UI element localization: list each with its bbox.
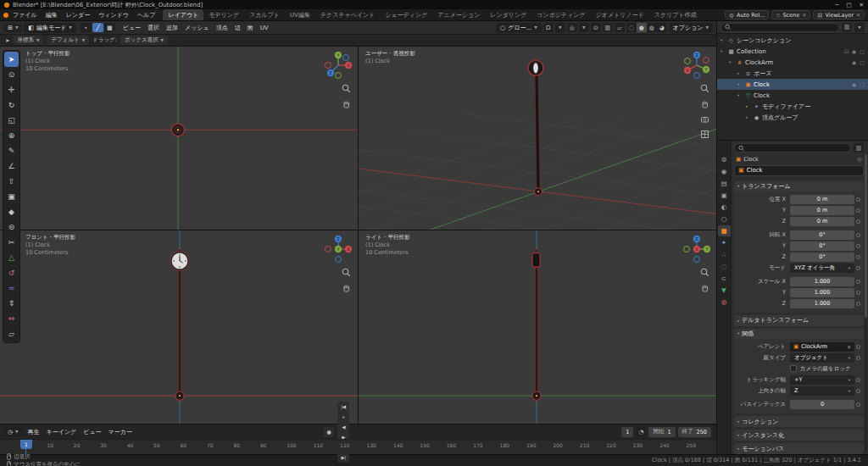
collapsed-section-header[interactable]: インスタンス化 — [734, 430, 864, 441]
properties-scrollbar[interactable] — [865, 154, 867, 451]
close-icon[interactable]: ✕ — [802, 12, 806, 18]
workspace-tab[interactable]: スカルプト — [244, 9, 285, 20]
animate-decorator-icon[interactable] — [854, 302, 862, 306]
menubar-item[interactable]: レンダー — [62, 12, 95, 19]
tool-button-transform[interactable]: ⊕ — [4, 128, 19, 143]
viewport-menu-item[interactable]: 頂点 — [213, 25, 231, 31]
face-select-button[interactable]: ■ — [104, 23, 115, 32]
tool-button-shear[interactable]: ▱ — [4, 326, 19, 341]
navigation-gizmo[interactable]: ZYX — [682, 50, 712, 80]
zoom-icon[interactable] — [342, 268, 351, 277]
minimize-button[interactable]: ─ — [835, 2, 838, 8]
workspace-tab[interactable]: コンポジティング — [531, 9, 590, 20]
viewport-menu-item[interactable]: 選択 — [144, 25, 163, 31]
viewport-canvas[interactable] — [0, 47, 358, 230]
playhead[interactable]: 1 — [20, 440, 32, 449]
value-field[interactable]: XYZ オイラー角 — [790, 264, 854, 273]
property-tab-object[interactable]: ■ — [718, 225, 731, 236]
viewport-menu-item[interactable]: 辺 — [231, 25, 244, 31]
value-field[interactable]: 0° — [790, 252, 854, 262]
workspace-tab[interactable]: ジオメトリノード — [591, 9, 649, 20]
workspace-tab[interactable]: UV編集 — [285, 9, 315, 20]
viewport-front-orthographic[interactable]: フロント・平行投影 (1) Clock 10 Centimeters ZXY — [0, 230, 358, 424]
delta-transform-section[interactable]: デルタトランスフォーム — [734, 315, 864, 325]
scene-selector[interactable]: ◇Scene✕ — [771, 10, 810, 19]
outliner-item-pose[interactable]: ▸≡ ポーズ — [717, 68, 868, 79]
camera-view-icon[interactable] — [700, 114, 709, 124]
property-tab-material[interactable]: ◍ — [718, 297, 731, 308]
property-tab-object-data[interactable]: ▼ — [718, 285, 731, 296]
preview-range-toggle[interactable]: ◔ — [636, 427, 646, 436]
properties-search-input[interactable] — [747, 145, 847, 152]
hide-eye-icon[interactable]: ◉ — [852, 48, 856, 54]
close-button[interactable]: ✕ — [860, 2, 864, 8]
tool-button-rotate[interactable]: ↻ — [4, 97, 19, 113]
transform-section-header[interactable]: トランスフォーム — [734, 181, 864, 191]
workspace-tab[interactable]: レンダリング — [485, 9, 531, 20]
solid-shading-button[interactable]: ● — [637, 23, 647, 32]
parent-type-dropdown[interactable]: オブジェクト — [790, 353, 854, 363]
properties-filter-icon[interactable]: ▥ — [854, 143, 864, 153]
animate-decorator-icon[interactable] — [854, 389, 862, 393]
workspace-tab[interactable]: スクリプト作成 — [649, 9, 702, 20]
parent-field[interactable]: ▣ ClockArm ✕ — [790, 342, 854, 352]
workspace-tab[interactable]: レイアウト — [163, 9, 203, 20]
zoom-icon[interactable] — [700, 84, 709, 93]
tool-button-smooth[interactable]: ≈ — [4, 280, 19, 296]
menubar-item[interactable]: ファイル — [8, 12, 42, 19]
tool-button-extrude-region[interactable]: ⇧ — [4, 174, 19, 189]
hide-eye-icon[interactable]: ◉ — [852, 81, 856, 87]
viewport-canvas[interactable] — [359, 47, 716, 230]
animate-decorator-icon[interactable] — [854, 345, 862, 349]
timeline-menu-item[interactable]: マーカー — [105, 429, 136, 435]
zoom-icon[interactable] — [342, 84, 351, 93]
outliner-item-vertex-groups[interactable]: ▸◉ 頂点グループ — [717, 112, 868, 123]
workspace-tab[interactable]: アニメーション — [432, 9, 485, 20]
xray-toggle[interactable]: ▱ — [615, 23, 625, 32]
tool-button-annotate[interactable]: ✎ — [4, 143, 19, 158]
menubar-item[interactable]: 編集 — [42, 12, 62, 19]
camera-visibility-icon[interactable]: ▢ — [860, 59, 865, 65]
menubar-item[interactable]: ウィンドウ — [94, 12, 133, 19]
tool-button-edge-slide[interactable]: ⇕ — [4, 296, 19, 311]
view-layer-selector[interactable]: ▤ViewLayer✕ — [813, 10, 865, 19]
animate-decorator-icon[interactable] — [854, 208, 862, 213]
property-tab-output[interactable]: ▤ — [718, 178, 731, 189]
value-field[interactable]: 0 m — [790, 195, 854, 204]
property-tab-render[interactable]: ◉ — [718, 166, 731, 177]
animate-decorator-icon[interactable] — [854, 402, 862, 407]
animate-decorator-icon[interactable] — [854, 280, 862, 284]
tool-button-shrink-fatten[interactable]: ⇔ — [4, 311, 19, 326]
hide-eye-icon[interactable]: ◉ — [852, 59, 856, 65]
property-tab-particles[interactable]: ∴ — [718, 249, 731, 260]
value-field[interactable]: 1.000 — [790, 288, 854, 297]
options-dropdown[interactable]: オプション▼ — [669, 23, 713, 33]
pan-hand-icon[interactable] — [342, 283, 351, 292]
auto-rel-button[interactable]: ◍Auto Rel... — [725, 10, 769, 19]
timeline-menu-item[interactable]: キーイング — [43, 429, 81, 435]
viewport-menu-item[interactable]: メッシュ — [181, 25, 213, 31]
snap-magnet-toggle[interactable]: Ω — [543, 23, 554, 32]
grid-toggle-icon[interactable] — [700, 130, 709, 139]
navigation-gizmo[interactable]: YXZ — [323, 50, 353, 80]
animate-decorator-icon[interactable] — [854, 244, 862, 248]
object-name-field[interactable]: ▣ Clock — [734, 165, 864, 176]
maximize-button[interactable]: □ — [846, 2, 851, 8]
property-tab-view-layer[interactable]: ▣ — [718, 190, 731, 201]
viewport-menu-item[interactable]: ビュー — [120, 25, 144, 31]
viewport-canvas[interactable] — [0, 230, 358, 424]
filter-icon[interactable]: ▥ — [842, 23, 852, 32]
tool-button-inset-faces[interactable]: ▣ — [4, 189, 19, 204]
viewport-top-orthographic[interactable]: トップ・平行投影 (1) Clock 10 Centimeters YXZ — [0, 47, 358, 230]
animate-decorator-icon[interactable] — [854, 266, 862, 270]
timeline-ruler[interactable]: 1 01020304050607080901001101201301401501… — [0, 439, 716, 454]
outliner-search[interactable] — [721, 23, 839, 32]
zoom-icon[interactable] — [700, 268, 709, 277]
camera-visibility-icon[interactable]: ▢ — [860, 81, 865, 87]
up-axis-dropdown[interactable]: Z — [790, 386, 854, 396]
viewport-user-perspective[interactable]: ユーザー・透視投影 (1) Clock ZYX — [359, 47, 716, 230]
property-tab-scene[interactable]: ◐ — [718, 202, 731, 213]
proportional-edit-toggle[interactable]: ◎ — [567, 23, 577, 32]
pin-icon[interactable]: ◎ — [857, 156, 862, 163]
outliner-search-input[interactable] — [733, 24, 835, 31]
